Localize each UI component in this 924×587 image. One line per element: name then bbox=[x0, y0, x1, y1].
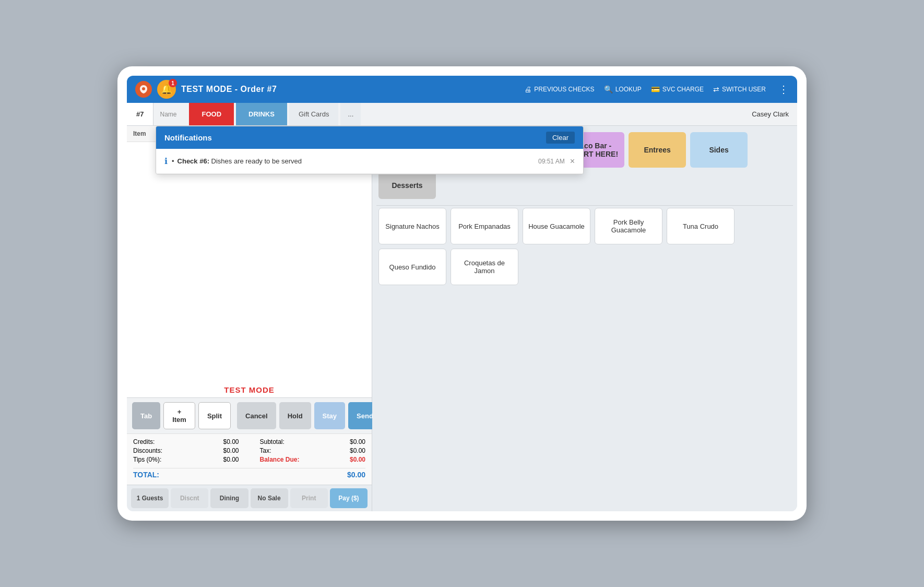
category-entrees[interactable]: Entrees bbox=[629, 132, 686, 168]
menu-item-house-guacamole[interactable]: House Guacamole bbox=[523, 208, 590, 244]
check-tabs-row: #7 Name FOOD DRINKS Gift Cards ... bbox=[127, 103, 797, 126]
stay-button[interactable]: Stay bbox=[314, 402, 345, 429]
category-desserts[interactable]: Desserts bbox=[378, 172, 436, 199]
right-panel: Appetizers Salads Sandwiches Taco Bar -S… bbox=[372, 126, 797, 511]
pay-button[interactable]: Pay ($) bbox=[330, 488, 368, 508]
balance-due-label: Balance Due: bbox=[260, 456, 300, 463]
app-logo-icon bbox=[135, 81, 152, 98]
guests-button[interactable]: 1 Guests bbox=[131, 488, 169, 508]
top-bar-right: 🖨 PREVIOUS CHECKS 🔍 LOOKUP 💳 SVC CHARGE … bbox=[524, 83, 789, 96]
notification-title: Notifications bbox=[164, 133, 212, 142]
notification-item: ℹ • Check #6: Dishes are ready to be ser… bbox=[156, 149, 583, 174]
previous-checks-icon: 🖨 bbox=[524, 85, 531, 93]
tips-value: $0.00 bbox=[223, 456, 239, 463]
drinks-tab[interactable]: DRINKS bbox=[236, 103, 287, 125]
category-sides[interactable]: Sides bbox=[690, 132, 748, 168]
menu-item-pork-belly-guacamole[interactable]: Pork Belly Guacamole bbox=[595, 208, 662, 244]
dining-button[interactable]: Dining bbox=[210, 488, 248, 508]
check-tab-7[interactable]: #7 bbox=[127, 103, 153, 125]
menu-items-grid: Signature Nachos Pork Empanadas House Gu… bbox=[372, 208, 797, 291]
balance-due-value: $0.00 bbox=[350, 456, 365, 463]
notification-time: 09:51 AM bbox=[538, 158, 565, 165]
top-bar: 🔔 1 TEST MODE - Order #7 🖨 PREVIOUS CHEC… bbox=[127, 76, 797, 103]
notification-panel: Notifications Clear ℹ • Check #6: Dishes… bbox=[156, 126, 584, 174]
check-tab-number: #7 bbox=[136, 110, 144, 118]
credits-label: Credits: bbox=[133, 438, 155, 445]
subtotal-label: Subtotal: bbox=[260, 438, 285, 445]
split-button[interactable]: Split bbox=[198, 402, 231, 429]
category-quick-tabs: FOOD DRINKS Gift Cards ... bbox=[189, 103, 361, 125]
total-value: $0.00 bbox=[347, 471, 365, 479]
discounts-label: Discounts: bbox=[133, 447, 162, 454]
food-tab[interactable]: FOOD bbox=[189, 103, 234, 125]
hold-button[interactable]: Hold bbox=[279, 402, 311, 429]
menu-item-tuna-crudo[interactable]: Tuna Crudo bbox=[667, 208, 735, 244]
lookup-button[interactable]: 🔍 LOOKUP bbox=[604, 85, 642, 93]
discnt-button: Discnt bbox=[171, 488, 208, 508]
credits-value: $0.00 bbox=[223, 438, 239, 445]
tab-button[interactable]: Tab bbox=[132, 402, 160, 429]
svc-charge-button[interactable]: 💳 SVC CHARGE bbox=[651, 85, 704, 93]
tax-label: Tax: bbox=[260, 447, 271, 454]
notification-clear-button[interactable]: Clear bbox=[546, 132, 575, 144]
menu-item-queso-fundido[interactable]: Queso Fundido bbox=[378, 249, 446, 285]
more-tabs-button[interactable]: ... bbox=[340, 103, 361, 125]
subtotal-value: $0.00 bbox=[350, 438, 365, 445]
test-mode-banner: TEST MODE bbox=[127, 382, 372, 397]
check-name-label: Name bbox=[153, 103, 183, 125]
cancel-button[interactable]: Cancel bbox=[237, 402, 276, 429]
notification-close-button[interactable]: × bbox=[570, 157, 575, 166]
main-content: Item Qty Price TEST MODE Tab + Item Spli… bbox=[127, 126, 797, 511]
print-button: Print bbox=[290, 488, 328, 508]
order-summary: Credits: $0.00 Discounts: $0.00 Tips (0%… bbox=[127, 433, 372, 485]
svg-point-0 bbox=[142, 87, 145, 90]
more-options-button[interactable]: ⋮ bbox=[778, 83, 789, 96]
tax-value: $0.00 bbox=[350, 447, 365, 454]
notification-info-icon: ℹ bbox=[164, 156, 168, 166]
total-label: TOTAL: bbox=[133, 471, 159, 479]
divider bbox=[376, 205, 793, 206]
tips-label: Tips (0%): bbox=[133, 456, 161, 463]
bottom-actions: 1 Guests Discnt Dining No Sale Print Pay… bbox=[127, 485, 372, 511]
top-bar-left: 🔔 1 TEST MODE - Order #7 bbox=[135, 80, 524, 99]
menu-item-croquetas-de-jamon[interactable]: Croquetas de Jamon bbox=[451, 249, 518, 285]
order-items-area bbox=[127, 142, 372, 382]
notification-message: Check #6: Dishes are ready to be served bbox=[177, 157, 530, 165]
switch-user-button[interactable]: ⇄ SWITCH USER bbox=[713, 85, 766, 93]
menu-item-signature-nachos[interactable]: Signature Nachos bbox=[378, 208, 446, 244]
gift-cards-tab[interactable]: Gift Cards bbox=[289, 103, 339, 125]
switch-user-icon: ⇄ bbox=[713, 85, 719, 93]
discounts-value: $0.00 bbox=[223, 447, 239, 454]
order-actions: Tab + Item Split Cancel Hold Stay Send bbox=[127, 397, 372, 433]
cashier-name: Casey Clark bbox=[743, 103, 797, 125]
notification-header: Notifications Clear bbox=[156, 126, 583, 149]
menu-item-pork-empanadas[interactable]: Pork Empanadas bbox=[451, 208, 518, 244]
page-title: TEST MODE - Order #7 bbox=[181, 85, 277, 94]
no-sale-button[interactable]: No Sale bbox=[251, 488, 288, 508]
add-item-button[interactable]: + Item bbox=[163, 402, 195, 429]
notification-bell[interactable]: 🔔 1 bbox=[157, 80, 176, 99]
lookup-icon: 🔍 bbox=[604, 85, 613, 93]
svc-charge-icon: 💳 bbox=[651, 85, 660, 93]
notification-badge: 1 bbox=[169, 79, 177, 87]
previous-checks-button[interactable]: 🖨 PREVIOUS CHECKS bbox=[524, 85, 594, 93]
left-panel: Item Qty Price TEST MODE Tab + Item Spli… bbox=[127, 126, 372, 511]
